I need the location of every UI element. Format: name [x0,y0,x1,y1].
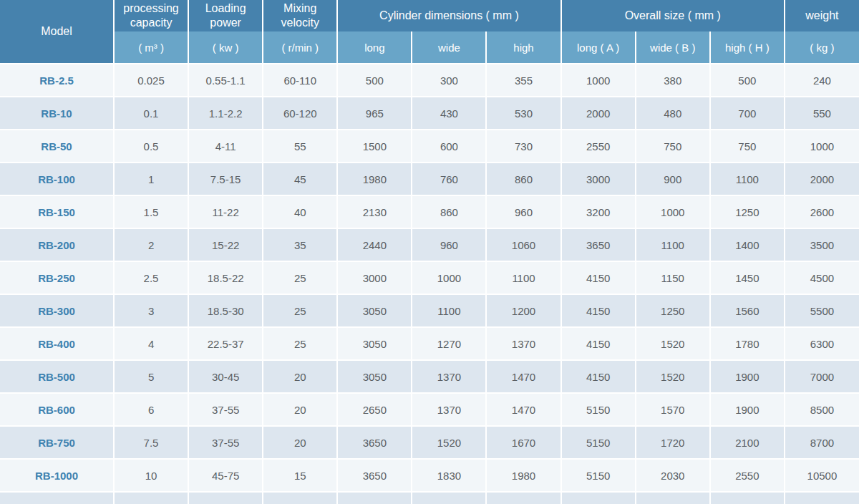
value-cell: 240 [785,64,859,97]
value-cell: 5150 [561,393,636,426]
value-cell: 1.1-2.2 [188,97,263,130]
value-cell: 355 [486,64,560,97]
value-cell: 7.5 [114,426,188,459]
model-cell: RB-750 [0,426,114,459]
value-cell: 2 [114,228,188,261]
value-cell: 900 [636,163,710,195]
subcolumn-cylinder-high: high [486,32,560,64]
value-cell: 1000 [561,64,636,97]
value-cell: 3650 [561,228,636,261]
value-cell: 1000 [785,130,859,163]
value-cell: 10 [114,459,188,492]
value-cell: 20 [263,426,337,459]
value-cell: 3050 [337,327,412,360]
value-cell: 500 [337,64,412,97]
value-cell: 1520 [636,327,710,360]
value-cell: 20 [263,360,337,393]
value-cell: 1470 [486,360,560,393]
value-cell: 1900 [710,360,785,393]
value-cell: 1370 [412,360,486,393]
model-cell: RB-300 [0,294,114,327]
model-cell: RB-600 [0,393,114,426]
value-cell: 2550 [561,130,636,163]
value-cell: 8700 [785,426,859,459]
value-cell: 2100 [710,426,785,459]
subcolumn-cylinder-long: long [337,32,412,64]
value-cell: 0.5 [114,130,188,163]
value-cell: 1370 [486,327,560,360]
spec-table: Model processing capacity Loading power … [0,0,859,504]
value-cell: 3 [114,294,188,327]
value-cell: 25 [263,327,337,360]
value-cell: 960 [412,228,486,261]
value-cell: 0.1 [114,97,188,130]
table-row: RB-1501.511-2240213086096032001000125026… [0,195,859,228]
value-cell: 30-45 [188,360,263,393]
value-cell: 4150 [561,294,636,327]
value-cell: 5 [114,360,188,393]
value-cell: 1370 [412,393,486,426]
value-cell: 860 [486,163,560,195]
header-row-top: Model processing capacity Loading power … [0,0,859,32]
model-cell: RB-150 [0,195,114,228]
value-cell: 1570 [636,393,710,426]
subcolumn-overall-wide-b: wide ( B ) [636,32,710,64]
value-cell: 35 [263,228,337,261]
model-cell: RB-250 [0,261,114,294]
value-cell: 4500 [785,261,859,294]
value-cell: 8500 [785,393,859,426]
model-cell: RB-2.5 [0,64,114,97]
unit-weight: ( kg ) [785,32,859,64]
value-cell: 1900 [710,393,785,426]
model-cell: RB-500 [0,360,114,393]
value-cell: 11-22 [188,195,263,228]
value-cell: 7.5-15 [188,163,263,195]
value-cell: 18.5-22 [188,261,263,294]
table-row: RB-100.11.1-2.260-1209654305302000480700… [0,97,859,130]
value-cell: 4150 [561,360,636,393]
value-cell: 3650 [337,459,412,492]
column-group-cylinder-dimensions: Cylinder dimensions ( mm ) [337,0,560,32]
value-cell: 300 [412,64,486,97]
value-cell: 1400 [710,228,785,261]
value-cell: 2550 [710,459,785,492]
table-row: RB-300318.5-3025305011001200415012501560… [0,294,859,327]
value-cell: 2000 [561,97,636,130]
value-cell: 22.5-37 [188,327,263,360]
unit-processing-capacity: ( m³ ) [114,32,188,64]
value-cell: 4150 [561,327,636,360]
value-cell: 1720 [636,426,710,459]
value-cell: 75-110 [188,492,263,504]
model-cell: RB-100 [0,163,114,195]
table-row: RB-500.54-1155150060073025507507501000 [0,130,859,163]
value-cell: 45-75 [188,459,263,492]
value-cell: 480 [636,97,710,130]
value-cell: 1670 [486,426,560,459]
value-cell: 1980 [486,459,560,492]
value-cell: 3050 [337,360,412,393]
subcolumn-cylinder-wide: wide [412,32,486,64]
model-cell: RB-10 [0,97,114,130]
value-cell: 960 [486,195,560,228]
value-cell: 1450 [710,261,785,294]
model-cell: RB-400 [0,327,114,360]
value-cell: 40 [263,195,337,228]
value-cell: 1250 [636,294,710,327]
value-cell: 5150 [561,459,636,492]
value-cell: 5000 [337,492,412,504]
model-cell: RB-1000 [0,459,114,492]
value-cell: 1100 [412,294,486,327]
value-cell: 2.5 [114,261,188,294]
value-cell: 37-55 [188,426,263,459]
value-cell: 5150 [561,426,636,459]
column-group-overall-size: Overall size ( mm ) [561,0,785,32]
value-cell: 760 [412,163,486,195]
value-cell: 500 [710,64,785,97]
column-header-loading-power: Loading power [188,0,263,32]
value-cell: 4-11 [188,130,263,163]
table-row: RB-600637-552026501370147051501570190085… [0,393,859,426]
value-cell: 1500 [337,130,412,163]
value-cell: 15 [263,492,337,504]
table-row: RB-7507.537-5520365015201670515017202100… [0,426,859,459]
subcolumn-overall-long-a: long ( A ) [561,32,636,64]
